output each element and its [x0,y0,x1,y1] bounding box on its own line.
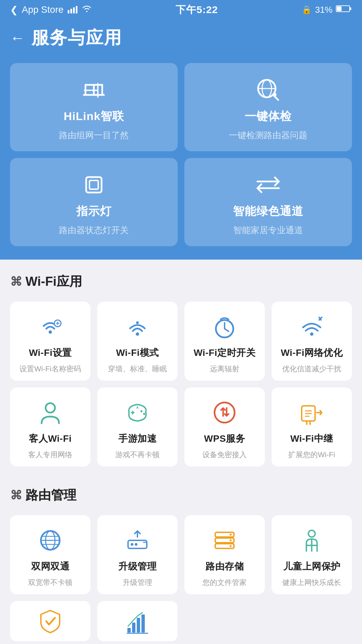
svg-point-52 [230,539,232,541]
svg-rect-60 [141,614,145,633]
child-icon [297,525,327,555]
hilink-title: HiLink智联 [64,109,124,124]
shield-icon [35,608,65,635]
storage-icon [209,525,240,555]
wifi-section-icon: ⌘ [10,275,22,289]
svg-rect-57 [127,628,131,633]
svg-point-30 [143,413,145,415]
wifi-gear-icon [35,312,65,342]
svg-rect-58 [132,623,135,633]
signal-icon [68,6,77,13]
child-protect-item[interactable]: 儿童上网保护 健康上网快乐成长 [272,515,352,594]
status-left: ❮ App Store [10,4,92,15]
svg-rect-15 [89,180,98,189]
wifi-relay-desc: 扩展您的Wi-Fi [288,450,335,460]
security-partial-item[interactable] [10,601,90,641]
battery-icon [336,5,352,15]
wps-icon: ⇅ [209,397,240,428]
svg-point-45 [131,543,133,546]
placeholder-3 [184,601,265,641]
svg-point-54 [308,530,315,537]
router-section-title: 路由管理 [25,487,76,504]
router-section-icon: ⌘ [10,488,22,502]
person-icon [35,397,65,428]
svg-point-20 [136,332,139,336]
back-button[interactable]: ← [10,31,25,45]
health-check-desc: 一键检测路由器问题 [229,129,307,141]
indicator-card[interactable]: 指示灯 路由器状态灯开关 [10,158,178,246]
wifi-mode-name: Wi-Fi模式 [116,346,159,359]
guest-wifi-item[interactable]: 客人Wi-Fi 客人专用网络 [10,387,90,467]
wifi-settings-name: Wi-Fi设置 [29,346,72,359]
green-channel-card[interactable]: 智能绿色通道 智能家居专业通道 [184,158,352,246]
health-check-title: 一键体检 [245,109,292,124]
guest-wifi-name: 客人Wi-Fi [29,432,72,445]
relay-icon [297,397,327,428]
game-boost-name: 手游加速 [118,432,157,445]
dual-globe-icon [35,525,65,555]
wifi-optimize-desc: 优化信道减少干扰 [282,364,341,374]
dual-net-desc: 双宽带不卡顿 [28,578,72,588]
indicator-desc: 路由器状态灯开关 [59,224,129,236]
wifi-timer-name: Wi-Fi定时开关 [194,346,256,359]
green-channel-desc: 智能家居专业通道 [233,224,303,236]
svg-point-53 [230,545,232,547]
app-store-label: App Store [22,4,64,15]
wifi-timer-icon [209,312,240,342]
wifi-timer-desc: 远离辐射 [210,364,239,374]
svg-rect-1 [337,6,342,11]
dual-net-name: 双网双通 [31,560,69,573]
hilink-card[interactable]: ⊣ HiLink智联 路由组网一目了然 [10,63,178,151]
health-check-card[interactable]: 一键体检 一键检测路由器问题 [184,63,352,151]
svg-text:⇅: ⇅ [220,406,230,419]
wps-name: WPS服务 [204,432,245,445]
svg-point-29 [140,410,142,412]
stats-partial-item[interactable] [97,601,178,641]
wifi-mode-item[interactable]: Wi-Fi模式 穿墙、标准、睡眠 [97,302,178,381]
wifi-relay-item[interactable]: Wi-Fi中继 扩展您的Wi-Fi [272,387,352,467]
wifi-section-header: ⌘ Wi-Fi应用 [0,260,362,302]
dual-net-item[interactable]: 双网双通 双宽带不卡顿 [10,515,90,594]
game-boost-desc: 游戏不再卡顿 [115,450,160,460]
back-chevron-icon: ❮ [10,4,18,15]
indicator-title: 指示灯 [76,204,112,219]
child-protect-desc: 健康上网快乐成长 [282,578,341,588]
svg-point-46 [135,543,137,546]
chart-icon [122,608,153,635]
wifi-opt-icon [297,312,327,342]
svg-point-26 [46,403,55,413]
bottom-partial-grid [0,601,362,644]
svg-point-13 [273,93,277,96]
hilink-desc: 路由组网一目了然 [59,129,129,141]
svg-point-23 [310,332,313,336]
svg-point-51 [230,534,232,536]
wps-item[interactable]: ⇅ WPS服务 设备免密接入 [184,387,265,467]
router-up-icon [122,525,153,555]
storage-item[interactable]: 路由存储 您的文件管家 [184,515,265,594]
arrows-icon [255,171,282,198]
wifi-settings-item[interactable]: Wi-Fi设置 设置Wi-Fi名称密码 [10,302,90,381]
wifi-apps-grid: Wi-Fi设置 设置Wi-Fi名称密码 Wi-Fi模式 穿墙、标准、睡眠 Wi-… [0,302,362,473]
wifi-optimize-name: Wi-Fi网络优化 [281,346,343,359]
page-header: ← 服务与应用 [0,19,362,60]
svg-rect-2 [350,7,351,10]
globe-search-icon [255,76,282,103]
status-bar: ❮ App Store 下午5:22 🔒 31% [0,0,362,19]
storage-name: 路由存储 [205,560,244,573]
svg-point-18 [49,330,52,334]
lock-icon: 🔒 [302,5,312,14]
wifi-section-title: Wi-Fi应用 [25,273,82,290]
game-boost-item[interactable]: 手游加速 游戏不再卡顿 [97,387,178,467]
router-apps-grid: 双网双通 双宽带不卡顿 升级管理 升级管理 [0,515,362,601]
green-channel-title: 智能绿色通道 [233,204,303,219]
upgrade-desc: 升级管理 [123,578,152,588]
wifi-timer-item[interactable]: Wi-Fi定时开关 远离辐射 [184,302,265,381]
svg-line-12 [274,96,278,100]
upgrade-item[interactable]: 升级管理 升级管理 [97,515,178,594]
hilink-icon: ⊣ [80,76,107,103]
svg-point-21 [136,321,139,324]
wifi-optimize-item[interactable]: Wi-Fi网络优化 优化信道减少干扰 [272,302,352,381]
status-right: 🔒 31% [302,5,352,15]
router-section-header: ⌘ 路由管理 [0,473,362,515]
page-title: 服务与应用 [32,26,122,50]
